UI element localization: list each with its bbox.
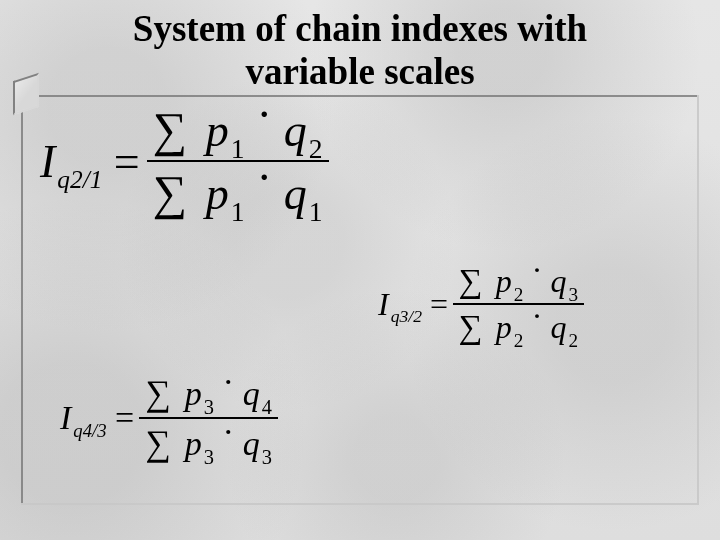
eq2-sub: q3/2 [391, 306, 422, 327]
eq1-fraction: ∑ p1 · q2 ∑ p1 · q1 [147, 102, 329, 220]
eq3-I: I [60, 399, 71, 437]
eq1-equals: = [114, 135, 140, 188]
eq1-I: I [40, 135, 55, 188]
eq2-fraction: ∑ p2 · q3 ∑ p2 · q2 [453, 262, 584, 346]
eq3-sub: q4/3 [73, 420, 106, 442]
sigma-icon: ∑ [153, 166, 187, 219]
title-line-2: variable scales [245, 51, 474, 92]
slide: System of chain indexes with variable sc… [0, 0, 720, 540]
eq2-I: I [378, 286, 389, 323]
equation-iq21: I q2/1 = ∑ p1 · q2 ∑ p1 · q1 [40, 102, 329, 220]
sigma-icon: ∑ [145, 373, 170, 413]
sigma-icon: ∑ [145, 423, 170, 463]
title-line-1: System of chain indexes with [133, 8, 587, 49]
sigma-icon: ∑ [459, 262, 483, 299]
eq1-sub: q2/1 [57, 165, 102, 194]
equation-iq32: I q3/2 = ∑ p2 · q3 ∑ p2 · q2 [378, 262, 584, 346]
sigma-icon: ∑ [459, 308, 483, 345]
eq2-equals: = [430, 286, 448, 323]
eq3-fraction: ∑ p3 · q4 ∑ p3 · q3 [139, 372, 278, 464]
bullet-icon [13, 73, 39, 115]
equation-iq43: I q4/3 = ∑ p3 · q4 ∑ p3 · q3 [60, 372, 278, 464]
eq3-equals: = [115, 399, 134, 437]
sigma-icon: ∑ [153, 103, 187, 156]
slide-title: System of chain indexes with variable sc… [0, 8, 720, 93]
